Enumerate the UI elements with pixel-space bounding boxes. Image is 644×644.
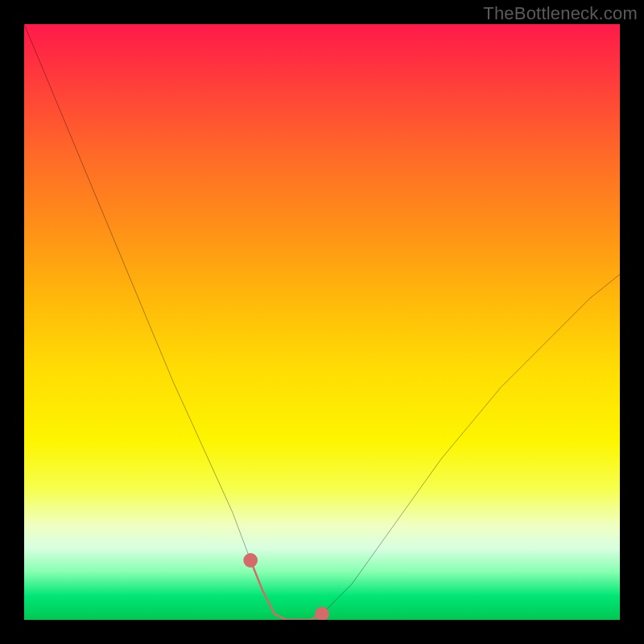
chart-frame: TheBottleneck.com <box>0 0 644 644</box>
watermark-text: TheBottleneck.com <box>483 3 638 24</box>
bottleneck-curve <box>24 24 620 620</box>
curve-svg <box>24 24 620 620</box>
sweet-spot-dots <box>243 553 329 620</box>
sweet-spot-overlay <box>250 560 322 620</box>
plot-area <box>24 24 620 620</box>
sweet-spot-end-dot <box>243 553 258 568</box>
